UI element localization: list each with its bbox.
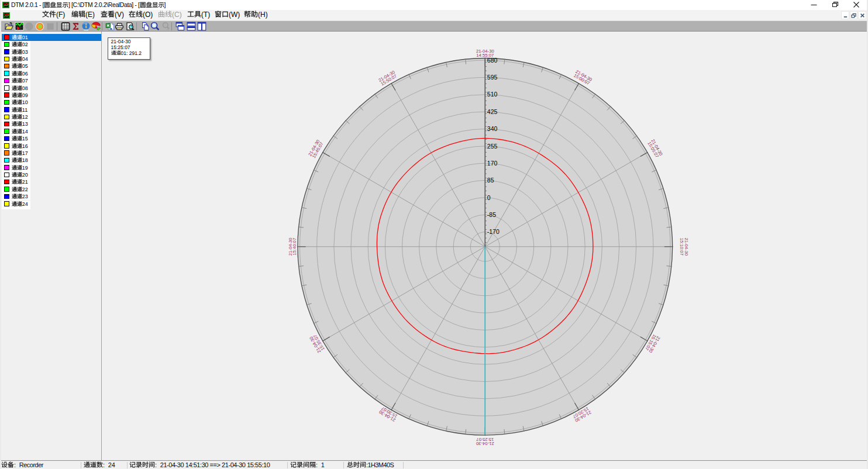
svg-text:85: 85 bbox=[487, 177, 494, 184]
svg-text:595: 595 bbox=[487, 74, 498, 81]
svg-text:14:55:07: 14:55:07 bbox=[476, 53, 494, 58]
svg-text:15:40:07: 15:40:07 bbox=[292, 238, 297, 256]
svg-text:15:25:07: 15:25:07 bbox=[476, 437, 494, 442]
svg-text:425: 425 bbox=[487, 108, 498, 115]
svg-text:170: 170 bbox=[487, 160, 498, 167]
svg-text:15:10:07: 15:10:07 bbox=[679, 238, 684, 256]
svg-text:510: 510 bbox=[487, 91, 498, 98]
svg-text:0: 0 bbox=[487, 194, 491, 201]
svg-text:255: 255 bbox=[487, 143, 498, 150]
svg-text:-170: -170 bbox=[487, 228, 500, 235]
svg-text:-85: -85 bbox=[487, 211, 496, 218]
svg-text:340: 340 bbox=[487, 125, 498, 132]
